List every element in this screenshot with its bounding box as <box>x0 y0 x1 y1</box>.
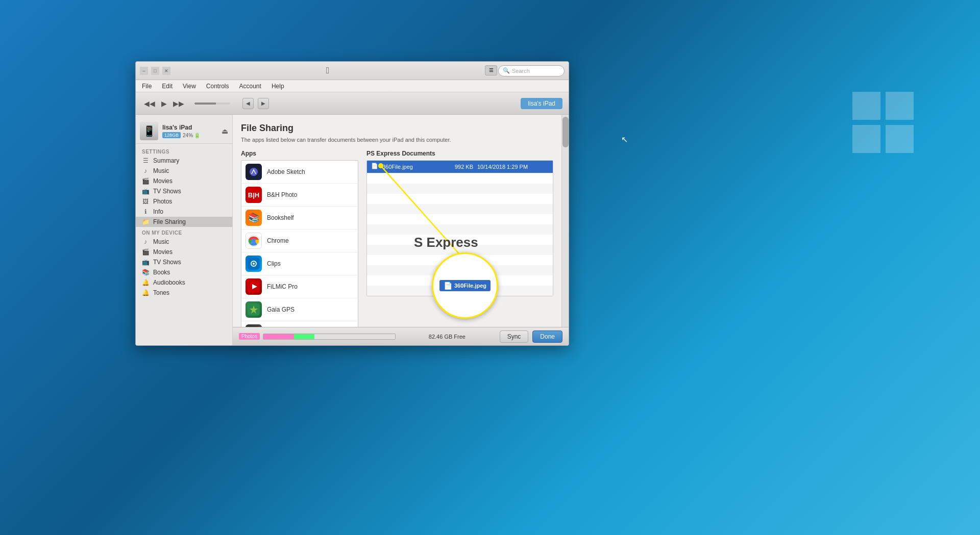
mouse-cursor: ↖ <box>621 135 628 144</box>
device-section: 📱 lisa's iPad 128GB 24% 🔋 ⏏ <box>136 119 232 144</box>
scroll-track[interactable] <box>561 115 569 327</box>
battery-percentage: 24% <box>183 133 193 138</box>
apps-label: Apps <box>241 150 358 157</box>
transport-controls: ◀◀ ▶ ▶▶ <box>142 98 186 109</box>
doc-size: 992 KB <box>432 164 473 170</box>
app-name-filmic-pro: FiLMiC Pro <box>267 283 298 290</box>
bh-photo-icon: B|H <box>246 187 262 203</box>
device-tvshows-icon: 📺 <box>142 259 149 266</box>
back-button[interactable]: ◀ <box>242 98 254 109</box>
menu-bar: File Edit View Controls Account Help <box>136 80 569 92</box>
app-name-bookshelf: Bookshelf <box>267 214 294 221</box>
free-space-label: 82.46 GB Free <box>399 334 495 340</box>
segment-apps <box>294 334 314 339</box>
sidebar-item-device-books[interactable]: 📚 Books <box>136 267 232 277</box>
doc-row-360file[interactable]: 📄 360File.jpeg 992 KB 10/14/2018 1:29 PM <box>367 161 553 173</box>
garageband-icon: ♬ <box>246 324 262 327</box>
app-item-filmic-pro[interactable]: FiLMiC Pro <box>241 275 358 298</box>
file-sharing-description: The apps listed below can transfer docum… <box>241 137 553 143</box>
apps-panel: Apps Adobe Sketch <box>241 150 358 327</box>
segment-photos <box>263 334 294 339</box>
app-item-gaia-gps[interactable]: Gaia GPS <box>241 298 358 321</box>
sidebar-item-tvshows[interactable]: 📺 TV Shows <box>136 186 232 196</box>
sidebar-item-label-info: Info <box>153 208 163 215</box>
search-box[interactable]: 🔍 Search <box>498 65 565 77</box>
sidebar-item-device-tones[interactable]: 🔔 Tones <box>136 288 232 298</box>
done-button[interactable]: Done <box>532 330 562 343</box>
sidebar-item-device-audiobooks[interactable]: 🔔 Audiobooks <box>136 277 232 288</box>
file-sharing-title: File Sharing <box>241 123 553 134</box>
content-scrollable: File Sharing The apps listed below can t… <box>233 115 569 345</box>
main-row: 📱 lisa's iPad 128GB 24% 🔋 ⏏ <box>136 115 569 345</box>
eject-button[interactable]: ⏏ <box>222 127 228 135</box>
search-icon: 🔍 <box>503 67 510 74</box>
sync-button[interactable]: Sync <box>500 330 529 343</box>
svg-point-2 <box>252 239 256 243</box>
sidebar-item-device-movies[interactable]: 🎬 Movies <box>136 247 232 257</box>
maximize-button[interactable]: □ <box>151 67 159 75</box>
device-movies-icon: 🎬 <box>142 248 149 256</box>
device-name: lisa's iPad <box>162 124 217 131</box>
volume-slider[interactable] <box>194 103 230 105</box>
storage-badge: 128GB <box>162 132 181 138</box>
sidebar-item-label-device-tvshows: TV Shows <box>153 259 181 266</box>
tvshows-icon: 📺 <box>142 188 149 195</box>
sidebar-item-label-device-tones: Tones <box>153 289 169 296</box>
docs-empty-space <box>367 173 553 296</box>
sidebar-item-label-tvshows: TV Shows <box>153 188 181 195</box>
music-icon: ♪ <box>142 167 149 174</box>
forward-button[interactable]: ▶ <box>258 98 269 109</box>
app-item-garageband[interactable]: ♬ GarageBand <box>241 321 358 327</box>
menu-file[interactable]: File <box>140 82 154 91</box>
on-my-device-label: On My Device <box>136 227 232 237</box>
app-item-bookshelf[interactable]: 📚 Bookshelf <box>241 207 358 230</box>
sidebar-item-summary[interactable]: ☰ Summary <box>136 156 232 166</box>
windows-logo-decoration <box>852 92 914 155</box>
menu-controls[interactable]: Controls <box>204 82 231 91</box>
app-name-adobe-sketch: Adobe Sketch <box>267 168 305 175</box>
search-placeholder: Search <box>512 68 530 74</box>
photos-icon: 🖼 <box>142 198 149 205</box>
sidebar-item-label-device-books: Books <box>153 269 170 276</box>
svg-rect-16 <box>852 92 880 120</box>
app-item-adobe-sketch[interactable]: Adobe Sketch <box>241 161 358 184</box>
app-name-chrome: Chrome <box>267 237 289 244</box>
filmic-pro-icon <box>246 278 262 295</box>
docs-label: PS Express Documents <box>366 150 553 157</box>
sidebar-item-photos[interactable]: 🖼 Photos <box>136 196 232 207</box>
window-controls-right: ☰ 🔍 Search <box>485 65 565 77</box>
menu-help[interactable]: Help <box>270 82 286 91</box>
title-bar: – □ ✕  ☰ 🔍 Search <box>136 62 569 80</box>
sidebar-item-music[interactable]: ♪ Music <box>136 166 232 176</box>
summary-icon: ☰ <box>142 157 149 164</box>
app-item-bh-photo[interactable]: B|H B&H Photo <box>241 184 358 207</box>
device-music-icon: ♪ <box>142 238 149 245</box>
list-view-button[interactable]: ☰ <box>485 65 497 75</box>
sidebar-item-info[interactable]: ℹ Info <box>136 207 232 217</box>
app-item-chrome[interactable]: Chrome <box>241 230 358 252</box>
clips-icon <box>246 256 262 272</box>
play-button[interactable]: ▶ <box>159 98 169 109</box>
app-item-clips[interactable]: Clips <box>241 252 358 275</box>
device-books-icon: 📚 <box>142 269 149 276</box>
apps-list: Adobe Sketch B|H B&H Photo <box>241 160 358 327</box>
sidebar-item-filesharing[interactable]: 📁 File Sharing <box>136 217 232 227</box>
sidebar-item-label-device-audiobooks: Audiobooks <box>153 279 185 286</box>
apple-logo-icon:  <box>326 65 330 76</box>
fastforward-button[interactable]: ▶▶ <box>171 98 186 109</box>
sidebar-item-device-tvshows[interactable]: 📺 TV Shows <box>136 257 232 267</box>
filesharing-icon: 📁 <box>142 218 149 225</box>
scroll-thumb[interactable] <box>562 117 569 147</box>
doc-file-icon: 📄 <box>371 163 379 171</box>
sidebar-item-movies[interactable]: 🎬 Movies <box>136 176 232 186</box>
device-button[interactable]: lisa's iPad <box>521 98 562 109</box>
sidebar-item-device-music[interactable]: ♪ Music <box>136 237 232 247</box>
menu-account[interactable]: Account <box>237 82 263 91</box>
close-button[interactable]: ✕ <box>162 67 170 75</box>
svg-rect-18 <box>852 125 880 153</box>
minimize-button[interactable]: – <box>140 67 148 75</box>
menu-view[interactable]: View <box>181 82 198 91</box>
rewind-button[interactable]: ◀◀ <box>142 98 157 109</box>
menu-edit[interactable]: Edit <box>160 82 175 91</box>
itunes-window: – □ ✕  ☰ 🔍 Search File Edit View Contro… <box>135 61 569 346</box>
